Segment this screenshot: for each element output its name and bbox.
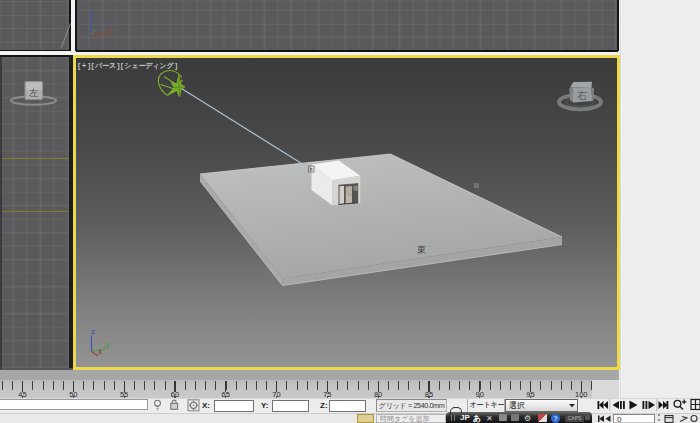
svg-text:西: 西: [209, 215, 217, 224]
svg-text:x: x: [108, 27, 112, 34]
svg-text:左: 左: [29, 87, 39, 98]
svg-text:右: 右: [577, 89, 588, 101]
svg-text:x: x: [98, 348, 102, 355]
svg-text:y: y: [106, 341, 110, 349]
svg-text:z: z: [91, 328, 95, 335]
svg-text:東: 東: [417, 245, 426, 255]
svg-text:z: z: [90, 11, 94, 18]
svg-text:0: 0: [617, 415, 622, 423]
